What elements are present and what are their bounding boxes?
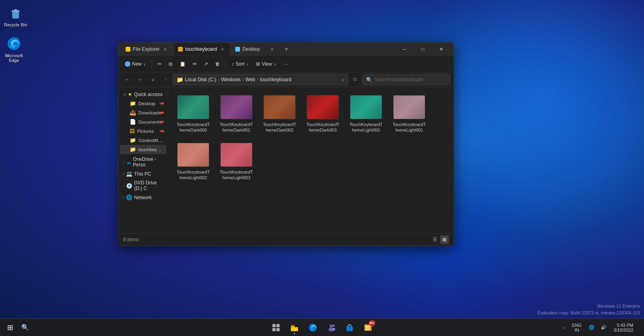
path-local-disk[interactable]: Local Disk (C:) [185,77,216,82]
file-item-dark002[interactable]: TouchKeyboardThemeDark002 [260,92,300,136]
file-grid: TouchKeyboardThemeDark000 TouchKeyboardT… [168,87,454,233]
new-label: New [132,61,142,67]
show-desktop-button[interactable] [639,320,641,336]
taskbar-store[interactable] [341,320,358,336]
sidebar-item-documents[interactable]: 📄 Documents 📌 [120,117,166,126]
svg-point-22 [332,328,335,330]
sidebar-item-desktop[interactable]: 📁 Desktop 📌 [120,99,166,108]
onedrive-chevron: › [123,160,124,164]
taskbar-edge[interactable] [304,320,321,336]
path-web[interactable]: Web [245,77,255,82]
start-button[interactable]: ⊞ [3,321,17,334]
tab-desktop[interactable]: Desktop ✕ [231,43,279,56]
view-button[interactable]: ⊞ View ∨ [253,58,280,70]
svg-rect-9 [272,324,276,327]
sidebar-item-pictures[interactable]: 🖼 Pictures 📌 [120,126,166,136]
documents-folder-icon: 📄 [130,119,136,125]
more-icon: ··· [284,61,288,67]
taskbar-network[interactable]: 🌐 [587,323,596,332]
sidebar-item-documents-label: Documents [138,120,162,124]
tab-file-explorer-close[interactable]: ✕ [162,46,168,52]
close-button[interactable]: ✕ [432,43,450,56]
watermark-line2: Evaluation copy. Build 22572.ni_release.… [537,310,640,316]
share-button[interactable]: ↗ [201,58,211,70]
sidebar-item-downloads[interactable]: 📥 Downloads 📌 [120,108,166,117]
taskbar-clock[interactable]: 5:43 PM 3/10/2022 [611,322,636,333]
forward-button[interactable]: → [134,74,146,85]
sidebar-item-touchkeyboard[interactable]: 📁 touchkeyboard [120,145,166,154]
tab-touchkeyboard[interactable]: touchkeyboard ✕ [174,43,230,56]
paste-button[interactable]: 📋 [176,58,189,70]
search-input[interactable] [375,77,447,82]
search-box[interactable]: 🔍 [362,74,450,85]
tab-touchkeyboard-close[interactable]: ✕ [219,46,226,52]
dvd-drive-header[interactable]: › 💿 DVD Drive (D:) C [120,178,166,193]
new-button[interactable]: New ∨ [122,58,149,70]
up-button[interactable]: ↑ [160,74,171,85]
lang-line1: ENG [572,323,582,328]
title-bar: File Explorer ✕ touchkeyboard ✕ Desktop … [118,42,454,56]
taskbar-task-view[interactable] [268,320,284,336]
back-button[interactable]: ← [122,74,133,85]
network-chevron: › [123,195,124,200]
file-item-dark000[interactable]: TouchKeyboardThemeDark000 [173,92,213,136]
cut-icon: ✂ [158,61,162,67]
network-header[interactable]: › 🌐 Network [120,193,166,202]
file-item-light003[interactable]: TouchKeyboardThemeLight003 [216,140,256,184]
desktop-pin-icon: 📌 [159,100,165,106]
quick-access-header[interactable]: ∨ ★ Quick access [120,90,166,99]
path-folder-icon: 📁 [176,76,183,83]
recent-dropdown-button[interactable]: ∨ [147,74,158,85]
tab-desktop-close[interactable]: ✕ [269,46,275,52]
refresh-button[interactable]: ↻ [350,74,361,85]
file-name-light002: TouchKeyboardThemeLight002 [176,169,210,181]
path-windows[interactable]: Windows [221,77,241,82]
tab-file-explorer-icon [126,47,130,52]
list-view-button[interactable]: ☰ [430,235,439,244]
onedrive-header[interactable]: › ☁ OneDrive - Perso [120,155,166,169]
address-path[interactable]: 📁 Local Disk (C:) › Windows › Web › touc… [173,74,348,85]
maximize-button[interactable]: □ [414,43,432,56]
new-tab-button[interactable]: + [281,44,292,55]
watermark: Windows 11 Enterpris Evaluation copy. Bu… [537,303,640,316]
more-button[interactable]: ··· [280,58,291,70]
path-touchkeyboard[interactable]: touchkeyboard [260,77,292,82]
taskbar-sound[interactable]: 🔊 [599,323,608,332]
touchkeyboard-folder-icon: 📁 [130,146,136,152]
tab-file-explorer[interactable]: File Explorer ✕ [122,43,172,56]
file-thumbnail-light002 [177,143,209,167]
file-item-light001[interactable]: TouchKeyboardThemeLight001 [389,92,429,136]
taskbar-file-explorer[interactable] [286,320,303,336]
file-thumbnail-dark003 [307,95,339,119]
edge-desktop-icon[interactable]: Microsoft Edge [0,34,28,64]
path-dropdown-icon: ∨ [342,78,344,82]
file-name-dark001: TouchKeyboardThemeDark001 [220,122,253,133]
sort-button[interactable]: ↕ Sort ∨ [228,58,252,70]
file-item-dark001[interactable]: TouchKeyboardThemeDark001 [216,92,256,136]
grid-view-button[interactable]: ⊞ [440,235,449,244]
svg-rect-15 [291,325,295,326]
taskbar-teams[interactable] [323,320,340,336]
copy-button[interactable]: ⧉ [166,58,176,70]
file-item-dark003[interactable]: TouchKeyboardThemeDark003 [303,92,343,136]
file-item-light002[interactable]: TouchKeyboardThemeLight002 [173,140,213,184]
minimize-button[interactable]: ─ [395,43,414,56]
taskbar-chevron[interactable]: › [562,324,567,332]
delete-button[interactable]: 🗑 [212,58,223,70]
svg-rect-2 [14,9,17,11]
cut-button[interactable]: ✂ [154,58,165,70]
rename-icon: ✏ [193,61,197,67]
file-explorer-taskbar-icon [290,323,299,332]
pictures-folder-icon: 🖼 [130,128,135,134]
lang-line2: IN [575,328,579,332]
taskbar-search-button[interactable]: 🔍 [18,321,32,334]
rename-button[interactable]: ✏ [190,58,200,70]
this-pc-header[interactable]: › 💻 This PC [120,169,166,178]
desktop-folder-icon: 📁 [130,100,136,106]
taskbar-files-app[interactable]: 99+ [360,320,376,336]
recycle-bin-desktop-icon[interactable]: Recycle Bin [2,3,30,29]
taskbar-language[interactable]: ENG IN [570,322,584,333]
sidebar-item-contextmenu[interactable]: 📁 ContextMenuC [120,136,166,145]
file-item-light000[interactable]: TouchKeyboardThemeLight000 [346,92,386,136]
this-pc-label: This PC [134,171,151,177]
